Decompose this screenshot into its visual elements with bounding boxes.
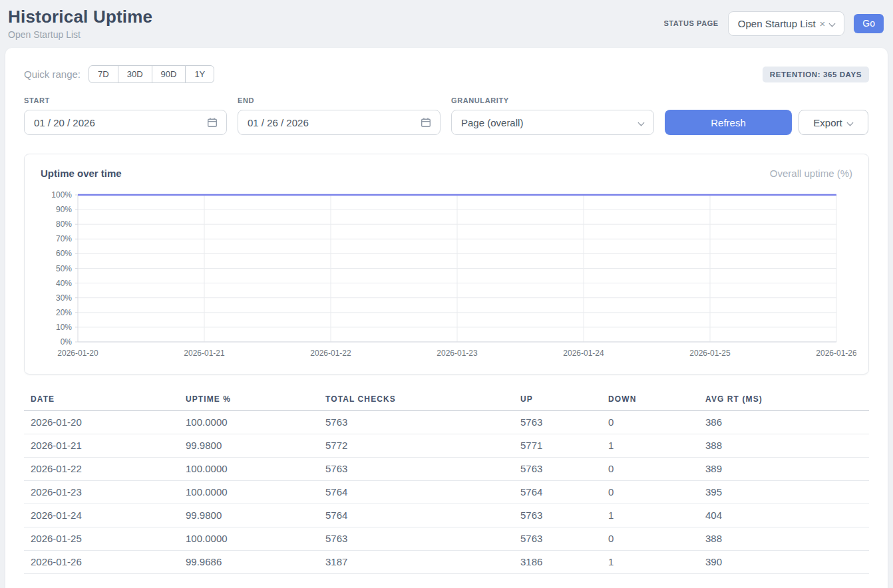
calendar-icon[interactable] (421, 117, 431, 128)
svg-text:0%: 0% (61, 337, 73, 347)
table-cell: 0 (608, 411, 705, 434)
table-cell: 0 (608, 481, 705, 504)
uptime-table: DATEUPTIME %TOTAL CHECKSUPDOWNAVG RT (MS… (24, 390, 869, 574)
uptime-chart-svg: 0%10%20%30%40%50%60%70%80%90%100%2026-01… (39, 188, 856, 365)
table-cell: 2026-01-24 (24, 504, 186, 527)
table-cell: 99.9686 (186, 551, 325, 574)
column-header: UPTIME % (186, 390, 325, 411)
table-cell: 5763 (520, 527, 608, 551)
start-date-value: 01 / 20 / 2026 (34, 117, 95, 128)
table-cell: 5763 (325, 411, 520, 434)
quick-range-90d-button[interactable]: 90D (152, 65, 186, 83)
table-row: 2026-01-22100.0000576357630389 (24, 458, 869, 481)
table-cell: 1 (608, 551, 705, 574)
table-cell: 2026-01-25 (24, 527, 186, 551)
column-header: TOTAL CHECKS (325, 390, 520, 411)
retention-badge: RETENTION: 365 DAYS (763, 67, 869, 82)
export-button[interactable]: Export (799, 110, 868, 135)
svg-text:20%: 20% (56, 308, 72, 317)
quick-range-row: Quick range: 7D30D90D1Y RETENTION: 365 D… (24, 65, 869, 83)
chevron-down-icon (829, 21, 836, 26)
top-bar: Historical Uptime Open Startup List STAT… (0, 0, 893, 47)
quick-range-1y-button[interactable]: 1Y (185, 65, 214, 83)
table-header-row: DATEUPTIME %TOTAL CHECKSUPDOWNAVG RT (MS… (24, 390, 869, 411)
quick-range-7d-button[interactable]: 7D (89, 65, 118, 83)
table-cell: 5763 (325, 458, 520, 481)
refresh-button[interactable]: Refresh (665, 110, 792, 135)
table-row: 2026-01-2699.9686318731861390 (24, 551, 869, 574)
svg-text:100%: 100% (51, 190, 72, 200)
table-row: 2026-01-25100.0000576357630388 (24, 527, 869, 551)
start-date-input[interactable]: 01 / 20 / 2026 (24, 110, 227, 135)
table-cell: 5764 (325, 481, 520, 504)
table-cell: 390 (705, 551, 869, 574)
uptime-line-chart: 0%10%20%30%40%50%60%70%80%90%100%2026-01… (39, 188, 854, 367)
column-header: UP (520, 390, 608, 411)
table-cell: 5771 (520, 434, 608, 458)
export-button-label: Export (813, 117, 842, 128)
title-block: Historical Uptime Open Startup List (8, 7, 152, 40)
table-cell: 5763 (520, 411, 608, 434)
column-header: DATE (24, 390, 186, 411)
table-cell: 404 (705, 504, 869, 527)
filter-row: START 01 / 20 / 2026 END 01 / 26 / 2026 (24, 96, 869, 135)
table-cell: 389 (705, 458, 869, 481)
svg-text:2026-01-25: 2026-01-25 (689, 349, 731, 358)
end-label: END (238, 96, 441, 104)
table-cell: 0 (608, 458, 705, 481)
quick-range-label: Quick range: (24, 69, 81, 80)
svg-text:30%: 30% (56, 293, 72, 303)
status-page-selected-value: Open Startup List (738, 18, 816, 29)
quick-range-30d-button[interactable]: 30D (118, 65, 152, 83)
end-date-value: 01 / 26 / 2026 (248, 117, 309, 128)
chevron-down-icon (638, 120, 645, 125)
svg-text:70%: 70% (56, 234, 72, 243)
status-page-group: STATUS PAGE Open Startup List × Go (663, 11, 884, 36)
table-cell: 1 (608, 504, 705, 527)
start-label: START (24, 96, 227, 104)
table-row: 2026-01-2199.9800577257711388 (24, 434, 869, 458)
go-button[interactable]: Go (854, 14, 884, 33)
table-cell: 388 (705, 527, 869, 551)
page-subtitle: Open Startup List (8, 29, 152, 40)
table-row: 2026-01-20100.0000576357630386 (24, 411, 869, 434)
clear-selection-icon[interactable]: × (820, 18, 826, 29)
chart-legend: Overall uptime (%) (770, 168, 852, 179)
main-panel: Quick range: 7D30D90D1Y RETENTION: 365 D… (5, 48, 888, 588)
page-title: Historical Uptime (8, 7, 152, 27)
table-cell: 100.0000 (186, 458, 325, 481)
granularity-label: GRANULARITY (451, 96, 654, 104)
svg-text:40%: 40% (56, 279, 72, 288)
table-cell: 386 (705, 411, 869, 434)
table-cell: 0 (608, 527, 705, 551)
table-cell: 5763 (325, 527, 520, 551)
column-header: DOWN (608, 390, 705, 411)
status-page-label: STATUS PAGE (663, 19, 718, 27)
table-cell: 2026-01-26 (24, 551, 186, 574)
table-cell: 5763 (520, 504, 608, 527)
granularity-select[interactable]: Page (overall) (451, 110, 654, 135)
svg-text:2026-01-20: 2026-01-20 (57, 349, 98, 358)
table-cell: 99.9800 (186, 504, 325, 527)
calendar-icon[interactable] (207, 117, 218, 128)
table-cell: 100.0000 (186, 481, 325, 504)
end-date-input[interactable]: 01 / 26 / 2026 (238, 110, 441, 135)
table-cell: 2026-01-21 (24, 434, 186, 458)
svg-text:2026-01-26: 2026-01-26 (816, 349, 856, 358)
table-row: 2026-01-2499.9800576457631404 (24, 504, 869, 527)
svg-text:2026-01-24: 2026-01-24 (563, 349, 604, 358)
column-header: AVG RT (MS) (705, 390, 869, 411)
end-date-field-group: END 01 / 26 / 2026 (238, 96, 441, 135)
table-cell: 100.0000 (186, 527, 325, 551)
table-cell: 99.9800 (186, 434, 325, 458)
table-cell: 2026-01-23 (24, 481, 186, 504)
start-date-field-group: START 01 / 20 / 2026 (24, 96, 227, 135)
table-cell: 100.0000 (186, 411, 325, 434)
table-cell: 5763 (520, 458, 608, 481)
svg-text:90%: 90% (56, 205, 72, 214)
granularity-selected-value: Page (overall) (461, 117, 523, 128)
table-row: 2026-01-23100.0000576457640395 (24, 481, 869, 504)
table-cell: 5764 (325, 504, 520, 527)
status-page-select[interactable]: Open Startup List × (728, 11, 845, 36)
table-cell: 388 (705, 434, 869, 458)
